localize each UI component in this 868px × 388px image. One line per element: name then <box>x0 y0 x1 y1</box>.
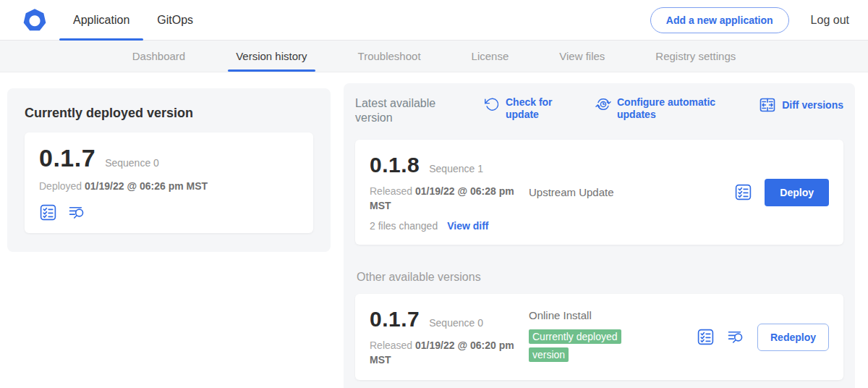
files-changed-count: 2 files changed <box>370 220 438 232</box>
latest-version-info: 0.1.8 Sequence 1 Released 01/19/22 @ 06:… <box>370 153 523 232</box>
preflight-checklist-icon[interactable] <box>734 183 752 201</box>
deployed-timestamp-line: Deployed 01/19/22 @ 06:26 pm MST <box>39 180 299 194</box>
logout-link[interactable]: Log out <box>811 14 849 27</box>
deployed-version-sequence: Sequence 0 <box>105 157 159 169</box>
add-new-application-button[interactable]: Add a new application <box>650 7 789 33</box>
view-diff-link[interactable]: View diff <box>447 220 488 232</box>
diff-versions-icon <box>759 96 776 114</box>
diff-versions-button[interactable]: Diff versions <box>759 96 843 114</box>
available-versions-header: Latest available version Check for updat… <box>355 96 843 125</box>
status-badge-wrap: Currently deployed version <box>529 328 636 364</box>
app-sub-nav: Dashboard Version history Troubleshoot L… <box>0 41 868 72</box>
latest-version-source: Upstream Update <box>529 186 734 198</box>
sub-tab-dashboard[interactable]: Dashboard <box>124 41 193 72</box>
other-available-versions-title: Other available versions <box>357 271 842 284</box>
sub-tab-troubleshoot[interactable]: Troubleshoot <box>350 41 429 72</box>
other-released-line: Released 01/19/22 @ 06:20 pm MST <box>370 339 523 367</box>
deployed-prefix: Deployed <box>39 180 82 192</box>
currently-deployed-badge: Currently deployed version <box>529 329 621 362</box>
refresh-icon <box>484 96 500 112</box>
latest-released-line: Released 01/19/22 @ 06:28 pm MST <box>370 185 523 213</box>
released-prefix: Released <box>370 340 412 351</box>
latest-version-card: 0.1.8 Sequence 1 Released 01/19/22 @ 06:… <box>355 140 843 245</box>
configure-automatic-updates-button[interactable]: Configure automatic updates <box>595 96 722 121</box>
latest-available-title: Latest available version <box>355 96 464 125</box>
deploy-button[interactable]: Deploy <box>765 179 829 206</box>
view-logs-icon[interactable] <box>68 203 86 222</box>
sub-tab-version-history-label: Version history <box>236 50 307 62</box>
latest-version-number: 0.1.8 <box>370 153 420 177</box>
diff-versions-label: Diff versions <box>782 99 843 111</box>
sub-tab-view-files-label: View files <box>559 50 605 62</box>
nav-tab-gitops-label: GitOps <box>157 14 193 27</box>
available-versions-panel: Latest available version Check for updat… <box>344 83 855 388</box>
deployed-version-card: 0.1.7 Sequence 0 Deployed 01/19/22 @ 06:… <box>25 132 313 233</box>
sub-tab-dashboard-label: Dashboard <box>132 50 185 62</box>
preflight-checklist-icon[interactable] <box>697 328 715 346</box>
nav-tab-application[interactable]: Application <box>59 0 143 40</box>
top-nav-right: Add a new application Log out <box>650 0 868 40</box>
sub-tab-license-label: License <box>472 50 509 62</box>
sub-tab-registry-settings[interactable]: Registry settings <box>647 41 744 72</box>
deployed-timestamp: 01/19/22 @ 06:26 pm MST <box>85 180 208 192</box>
currently-deployed-title: Currently deployed version <box>25 106 313 121</box>
configure-automatic-updates-label: Configure automatic updates <box>617 96 722 121</box>
other-version-number: 0.1.7 <box>370 307 420 332</box>
automatic-updates-icon <box>595 96 611 112</box>
nav-tab-application-label: Application <box>73 14 129 27</box>
other-version-source: Online Install <box>529 309 697 321</box>
kots-logo-icon[interactable] <box>22 7 48 33</box>
other-version-card: 0.1.7 Sequence 0 Released 01/19/22 @ 06:… <box>355 294 843 380</box>
other-version-info: 0.1.7 Sequence 0 Released 01/19/22 @ 06:… <box>370 307 523 367</box>
latest-version-sequence: Sequence 1 <box>429 163 483 174</box>
nav-tab-gitops[interactable]: GitOps <box>143 0 207 40</box>
check-for-update-button[interactable]: Check for update <box>484 96 553 121</box>
sub-tab-version-history[interactable]: Version history <box>228 41 315 72</box>
deployed-version-number: 0.1.7 <box>39 144 95 172</box>
released-prefix: Released <box>370 185 412 197</box>
view-logs-icon[interactable] <box>727 328 745 346</box>
sub-tab-view-files[interactable]: View files <box>551 41 613 72</box>
other-version-sequence: Sequence 0 <box>429 317 483 329</box>
sub-tab-troubleshoot-label: Troubleshoot <box>358 50 421 62</box>
redeploy-button[interactable]: Redeploy <box>757 324 829 351</box>
sub-tab-license[interactable]: License <box>464 41 517 72</box>
top-nav: Application GitOps Add a new application… <box>0 0 868 41</box>
preflight-checklist-icon[interactable] <box>39 203 57 222</box>
check-for-update-label: Check for update <box>506 96 553 121</box>
version-history-page: Currently deployed version 0.1.7 Sequenc… <box>0 72 868 388</box>
sub-tab-registry-settings-label: Registry settings <box>655 50 736 62</box>
currently-deployed-panel: Currently deployed version 0.1.7 Sequenc… <box>7 88 331 252</box>
